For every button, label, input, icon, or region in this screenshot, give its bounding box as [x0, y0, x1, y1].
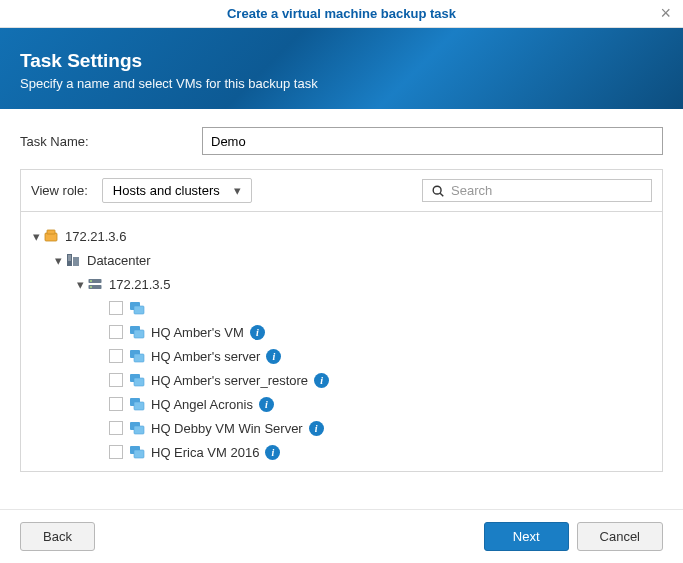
view-role-dropdown[interactable]: Hosts and clusters ▾: [102, 178, 252, 203]
page-title: Task Settings: [20, 50, 663, 72]
cancel-button[interactable]: Cancel: [577, 522, 663, 551]
next-button[interactable]: Next: [484, 522, 569, 551]
tree-vm-item[interactable]: HQ Amber's VM i: [29, 320, 654, 344]
vm-label: HQ Debby VM Win Server: [151, 421, 303, 436]
vm-checkbox[interactable]: [109, 421, 123, 435]
task-name-input[interactable]: [202, 127, 663, 155]
tree-host[interactable]: ▾ 172.21.3.5: [29, 272, 654, 296]
form-area: Task Name: View role: Hosts and clusters…: [0, 109, 683, 482]
svg-rect-14: [134, 306, 144, 314]
vm-tree-panel[interactable]: ▾ 172.21.3.6 ▾ Datacenter ▾ 172.21.3.5: [20, 212, 663, 472]
info-icon[interactable]: i: [259, 397, 274, 412]
svg-rect-22: [134, 402, 144, 410]
vcenter-icon: [43, 228, 59, 244]
search-icon: [431, 184, 445, 198]
svg-point-11: [90, 280, 92, 282]
vm-checkbox[interactable]: [109, 325, 123, 339]
vm-icon: [129, 396, 145, 412]
tree-vm-item[interactable]: HQ Amber's server i: [29, 344, 654, 368]
svg-rect-7: [68, 258, 71, 259]
tree-vm-item[interactable]: HQ Debby VM Win Server i: [29, 416, 654, 440]
back-button[interactable]: Back: [20, 522, 95, 551]
tree-root[interactable]: ▾ 172.21.3.6: [29, 224, 654, 248]
search-input[interactable]: [451, 183, 643, 198]
page-subtitle: Specify a name and select VMs for this b…: [20, 76, 663, 91]
title-bar: Create a virtual machine backup task ×: [0, 0, 683, 28]
vm-icon: [129, 420, 145, 436]
vm-checkbox[interactable]: [109, 373, 123, 387]
tree-node-label: Datacenter: [87, 253, 151, 268]
collapse-icon[interactable]: ▾: [51, 253, 65, 268]
vm-icon: [129, 300, 145, 316]
svg-rect-5: [73, 257, 79, 266]
chevron-down-icon: ▾: [234, 183, 241, 198]
dialog-title: Create a virtual machine backup task: [227, 6, 456, 21]
svg-rect-16: [134, 330, 144, 338]
host-icon: [87, 276, 103, 292]
svg-rect-18: [134, 354, 144, 362]
vm-label: HQ Amber's server_restore: [151, 373, 308, 388]
info-icon[interactable]: i: [250, 325, 265, 340]
filter-bar: View role: Hosts and clusters ▾: [20, 169, 663, 212]
info-icon[interactable]: i: [314, 373, 329, 388]
svg-rect-26: [134, 450, 144, 458]
search-box[interactable]: [422, 179, 652, 202]
vm-label: HQ Amber's VM: [151, 325, 244, 340]
vm-checkbox[interactable]: [109, 445, 123, 459]
vm-label: HQ Erica VM 2016: [151, 445, 259, 460]
tree-node-label: 172.21.3.6: [65, 229, 126, 244]
svg-point-0: [433, 186, 441, 194]
svg-rect-20: [134, 378, 144, 386]
task-name-label: Task Name:: [20, 134, 202, 149]
collapse-icon[interactable]: ▾: [73, 277, 87, 292]
vm-icon: [129, 372, 145, 388]
vm-checkbox[interactable]: [109, 397, 123, 411]
tree-vm-item[interactable]: [29, 296, 654, 320]
info-icon[interactable]: i: [265, 445, 280, 460]
view-role-label: View role:: [31, 183, 88, 198]
tree-vm-item[interactable]: HQ Erica VM 2016 i: [29, 440, 654, 464]
svg-rect-24: [134, 426, 144, 434]
vm-icon: [129, 444, 145, 460]
wizard-footer: Back Next Cancel: [0, 509, 683, 563]
svg-rect-8: [68, 260, 71, 261]
vm-label: HQ Angel Acronis: [151, 397, 253, 412]
vm-label: HQ Amber's server: [151, 349, 260, 364]
info-icon[interactable]: i: [309, 421, 324, 436]
vm-icon: [129, 348, 145, 364]
vm-checkbox[interactable]: [109, 349, 123, 363]
tree-node-label: 172.21.3.5: [109, 277, 170, 292]
svg-point-12: [90, 286, 92, 288]
view-role-value: Hosts and clusters: [113, 183, 220, 198]
close-icon[interactable]: ×: [660, 4, 671, 22]
tree-vm-item[interactable]: HQ Amber's server_restore i: [29, 368, 654, 392]
tree-datacenter[interactable]: ▾ Datacenter: [29, 248, 654, 272]
datacenter-icon: [65, 252, 81, 268]
task-name-row: Task Name:: [20, 127, 663, 155]
info-icon[interactable]: i: [266, 349, 281, 364]
vm-icon: [129, 324, 145, 340]
svg-rect-6: [68, 256, 71, 257]
wizard-header: Task Settings Specify a name and select …: [0, 28, 683, 109]
tree-vm-item[interactable]: HQ Angel Acronis i: [29, 392, 654, 416]
vm-checkbox[interactable]: [109, 301, 123, 315]
svg-rect-3: [47, 230, 55, 234]
collapse-icon[interactable]: ▾: [29, 229, 43, 244]
svg-line-1: [440, 193, 443, 196]
